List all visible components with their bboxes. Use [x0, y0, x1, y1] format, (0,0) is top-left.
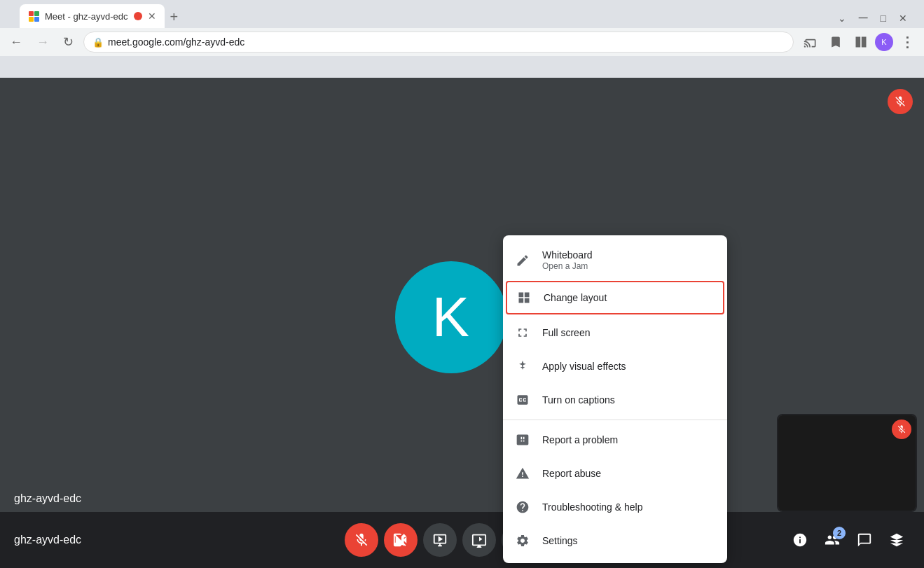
maximize-button[interactable]: □: [875, 10, 892, 27]
minimize-button[interactable]: ─: [853, 8, 874, 28]
mute-indicator: [888, 89, 913, 114]
lock-icon: 🔒: [92, 37, 104, 48]
profile-avatar[interactable]: K: [875, 33, 893, 51]
split-screen-button[interactable]: [850, 32, 872, 52]
browser-frame: Meet - ghz-ayvd-edc ✕ + ⌄ ─ □ ✕ ← → ↻ 🔒 …: [0, 0, 924, 78]
troubleshooting-text: Troubleshooting & help: [542, 501, 716, 513]
report-problem-text: Report a problem: [542, 434, 716, 445]
menu-item-captions[interactable]: Turn on captions: [503, 383, 727, 417]
self-video-thumbnail: [777, 414, 917, 512]
activities-button[interactable]: [883, 527, 910, 553]
present-button[interactable]: [462, 523, 496, 557]
pencil-icon: [514, 252, 531, 269]
full-screen-text: Full screen: [542, 327, 716, 338]
sparkle-icon: [514, 358, 531, 375]
close-button[interactable]: ✕: [893, 10, 913, 27]
meeting-name-area: ghz-ayvd-edc: [14, 492, 81, 505]
menu-item-full-screen[interactable]: Full screen: [503, 316, 727, 349]
gear-icon: [514, 532, 531, 549]
captions-text: Turn on captions: [542, 394, 716, 406]
chrome-menu-button[interactable]: ⋮: [896, 31, 918, 53]
meeting-info: ghz-ayvd-edc: [14, 534, 81, 546]
refresh-button[interactable]: ↻: [59, 32, 78, 53]
svg-rect-0: [29, 11, 34, 16]
mute-camera-button[interactable]: [384, 523, 418, 557]
participants-badge: 2: [833, 527, 846, 539]
new-tab-button[interactable]: +: [165, 6, 184, 28]
nav-bar: ← → ↻ 🔒 meet.google.com/ghz-ayvd-edc K ⋮: [0, 28, 924, 56]
chat-button[interactable]: [851, 527, 878, 553]
svg-rect-2: [29, 17, 34, 22]
meeting-code-label: ghz-ayvd-edc: [14, 534, 81, 546]
svg-rect-3: [34, 17, 39, 22]
meet-container: K ghz-ayvd-edc: [0, 78, 924, 568]
participants-button[interactable]: 2: [819, 527, 846, 553]
bottom-toolbar: ghz-ayvd-edc: [0, 512, 924, 568]
menu-item-report-abuse[interactable]: Report abuse: [503, 457, 727, 490]
menu-item-whiteboard[interactable]: Whiteboard Open a Jam: [503, 241, 727, 279]
menu-item-report-problem[interactable]: Report a problem: [503, 423, 727, 457]
title-bar: Meet - ghz-ayvd-edc ✕ + ⌄ ─ □ ✕: [0, 0, 924, 28]
nav-actions: K ⋮: [799, 31, 918, 53]
meeting-code-display: ghz-ayvd-edc: [14, 492, 81, 504]
settings-text: Settings: [542, 535, 716, 546]
address-bar[interactable]: 🔒 meet.google.com/ghz-ayvd-edc: [83, 32, 794, 53]
window-controls-right: ⌄ ─ □ ✕: [832, 8, 913, 28]
menu-item-change-layout[interactable]: Change layout: [506, 281, 724, 314]
tab-close-button[interactable]: ✕: [148, 11, 156, 22]
flag-icon: [514, 431, 531, 448]
menu-item-troubleshooting[interactable]: Troubleshooting & help: [503, 490, 727, 524]
warning-icon: [514, 465, 531, 482]
info-button[interactable]: [787, 527, 813, 553]
right-toolbar: 2: [787, 527, 910, 553]
change-layout-text: Change layout: [544, 292, 715, 303]
address-text: meet.google.com/ghz-ayvd-edc: [108, 36, 785, 48]
mute-mic-button[interactable]: [345, 523, 378, 557]
fullscreen-icon: [514, 324, 531, 341]
menu-item-visual-effects[interactable]: Apply visual effects: [503, 349, 727, 383]
help-icon: [514, 499, 531, 515]
visual-effects-text: Apply visual effects: [542, 361, 716, 372]
report-abuse-text: Report abuse: [542, 468, 716, 479]
menu-item-settings[interactable]: Settings: [503, 524, 727, 557]
captions-icon: [514, 392, 531, 408]
active-tab[interactable]: Meet - ghz-ayvd-edc ✕: [20, 4, 165, 28]
tab-bar: Meet - ghz-ayvd-edc ✕ + ⌄ ─ □ ✕: [14, 0, 918, 28]
back-button[interactable]: ←: [6, 32, 27, 53]
forward-button[interactable]: →: [32, 32, 53, 53]
bookmark-button[interactable]: [825, 32, 847, 52]
self-mute-icon: [892, 420, 911, 439]
meet-favicon-icon: [28, 11, 39, 22]
participant-avatar: K: [395, 261, 507, 373]
grid-icon: [516, 289, 532, 306]
svg-rect-1: [34, 11, 39, 16]
more-options-menu: Whiteboard Open a Jam Change layout Full…: [503, 235, 727, 563]
tab-title: Meet - ghz-ayvd-edc: [45, 11, 128, 22]
whiteboard-text: Whiteboard Open a Jam: [542, 249, 716, 271]
recording-indicator: [134, 12, 142, 20]
menu-divider-1: [503, 420, 727, 420]
cast-button[interactable]: [799, 32, 822, 52]
avatar-letter: K: [432, 285, 469, 349]
tab-search-button[interactable]: ⌄: [832, 10, 852, 27]
present-screen-button[interactable]: [423, 523, 457, 557]
